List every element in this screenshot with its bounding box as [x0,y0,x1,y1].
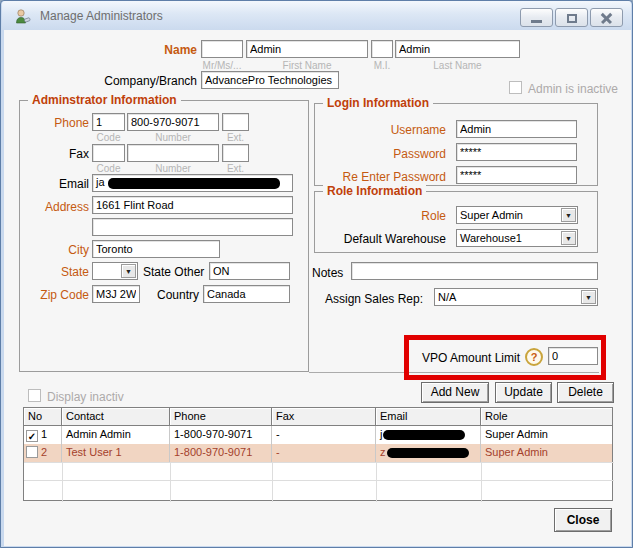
email-field[interactable]: ja [92,174,293,192]
display-inactive-checkbox[interactable] [28,389,41,402]
reenter-password-field[interactable] [456,166,577,184]
minimize-button[interactable] [520,8,553,27]
add-new-button[interactable]: Add New [421,382,489,403]
company-branch-label: Company/Branch [64,74,197,88]
fax-label: Fax [39,147,89,161]
default-warehouse-value: Warehouse1 [460,232,522,244]
country-field[interactable] [203,285,290,303]
maximize-icon [567,14,577,23]
row-contact: Test User 1 [62,444,170,462]
first-name-sublabel: First Name [246,60,368,71]
admin-inactive-label: Admin is inactive [528,82,618,96]
row-number: 1 [41,428,47,440]
address-line1-field[interactable] [92,196,293,214]
city-label: City [39,243,89,257]
phone-ext-field[interactable] [222,113,249,131]
fax-ext-field[interactable] [222,144,249,162]
middle-initial-field[interactable] [371,40,393,58]
login-information-title: Login Information [323,96,433,110]
default-warehouse-dropdown[interactable]: Warehouse1 ▼ [456,229,578,247]
administrator-information-title: Adminstrator Information [28,93,181,107]
state-other-field[interactable] [209,262,290,280]
col-header-no[interactable]: No [24,408,62,426]
role-value: Super Admin [460,209,523,221]
company-branch-field[interactable] [201,71,339,89]
country-label: Country [143,288,199,302]
row-phone: 1-800-970-9071 [170,426,272,444]
help-icon[interactable]: ? [525,348,543,366]
col-header-role[interactable]: Role [481,408,612,426]
sales-rep-dropdown-arrow-icon[interactable]: ▼ [581,290,596,304]
window-title: Manage Administrators [40,9,163,23]
email-label: Email [39,177,89,191]
fax-code-field[interactable] [92,144,125,162]
username-label: Username [334,123,446,137]
fax-number-sublabel: Number [127,163,219,174]
role-information-title: Role Information [323,184,426,198]
notes-field[interactable] [351,262,598,280]
zip-code-label: Zip Code [29,288,89,302]
role-label: Role [334,209,446,223]
password-label: Password [334,147,446,161]
col-header-fax[interactable]: Fax [272,408,376,426]
last-name-field[interactable] [395,40,520,58]
dialog-body: Name Mr/Ms/... First Name M.I. Last Name… [4,30,631,546]
update-button[interactable]: Update [495,382,552,403]
assign-sales-rep-dropdown[interactable]: N/A ▼ [434,288,598,306]
assign-sales-rep-label: Assign Sales Rep: [325,292,423,306]
delete-button[interactable]: Delete [557,382,614,403]
phone-number-field[interactable] [127,113,219,131]
address-line2-field[interactable] [92,218,293,236]
phone-number-sublabel: Number [127,132,219,143]
role-dropdown[interactable]: Super Admin ▼ [456,206,578,224]
row-role: Super Admin [481,426,612,444]
row-email: z [376,444,481,462]
fax-ext-sublabel: Ext. [222,163,249,174]
password-field[interactable] [456,143,577,161]
phone-code-field[interactable] [92,113,125,131]
state-dropdown[interactable]: ▼ [92,262,138,280]
row-email: j [376,426,481,444]
warehouse-dropdown-arrow-icon[interactable]: ▼ [561,231,576,245]
vpo-amount-limit-field[interactable] [548,347,598,365]
manage-administrators-window: Manage Administrators Name Mr/Ms/... Fir… [0,0,633,548]
fax-number-field[interactable] [127,144,219,162]
phone-ext-sublabel: Ext. [222,132,249,143]
first-name-field[interactable] [246,40,368,58]
state-dropdown-arrow-icon[interactable]: ▼ [121,264,136,278]
close-window-button[interactable] [590,8,623,27]
fax-code-sublabel: Code [92,163,125,174]
display-inactive-label: Display inactiv [47,390,124,404]
col-header-contact[interactable]: Contact [62,408,170,426]
phone-label: Phone [39,116,89,130]
row-fax: - [272,444,376,462]
row-checkbox[interactable] [26,446,38,458]
row-checkbox[interactable]: ✓ [26,430,38,442]
title-bar[interactable]: Manage Administrators [2,1,631,30]
administrators-table: No Contact Phone Fax Email Role ✓ 1 Admi… [23,407,613,501]
maximize-button[interactable] [555,8,588,27]
app-person-icon [14,8,31,25]
col-header-email[interactable]: Email [376,408,481,426]
title-field[interactable] [201,40,243,58]
state-other-label: State Other [143,265,204,279]
city-field[interactable] [92,240,220,258]
row-fax: - [272,426,376,444]
name-label: Name [124,43,197,57]
admin-inactive-checkbox[interactable] [509,81,522,94]
assign-sales-rep-value: N/A [438,291,456,303]
default-warehouse-label: Default Warehouse [326,232,446,246]
col-header-phone[interactable]: Phone [170,408,272,426]
row-number: 2 [41,446,47,458]
row-role: Super Admin [481,444,612,462]
close-button[interactable]: Close [554,508,612,532]
email-redaction-bar [383,430,465,440]
email-redaction-bar [108,178,280,189]
zip-code-field[interactable] [92,285,140,303]
email-visible-prefix: ja [96,176,105,188]
row-phone: 1-800-970-9071 [170,444,272,462]
last-name-sublabel: Last Name [395,60,520,71]
role-dropdown-arrow-icon[interactable]: ▼ [561,208,576,222]
state-label: State [39,265,89,279]
username-field[interactable] [456,120,577,138]
